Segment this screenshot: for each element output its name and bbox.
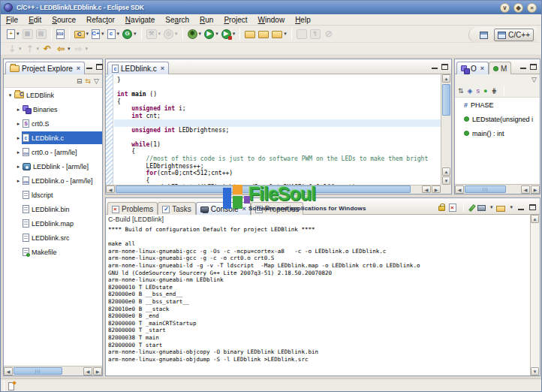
maximize-editor-button[interactable] [441,62,449,71]
console-output[interactable]: **** Build of configuration Default for … [106,225,530,375]
scroll-up-button[interactable]: ▲ [442,74,450,83]
menu-edit[interactable]: Edit [23,14,47,25]
menu-file[interactable]: File [1,14,23,25]
skip-all-breakpoints-button[interactable]: ⊘ [322,27,336,41]
scroll-left-button[interactable]: ◀ [4,367,13,375]
menu-refactor[interactable]: Refactor [81,14,120,25]
project-tree[interactable]: ▾CLEDBlink▸Binaries▸Scrt0.S▸cLEDblink.c▸… [4,88,102,366]
close-icon[interactable]: × [480,65,484,72]
scrollbar-thumb[interactable]: ||| [465,185,506,193]
tab-project-explorer[interactable]: Project Explore × [5,62,85,74]
back-button[interactable]: ⇦▾ [54,42,72,56]
console-vscrollbar[interactable]: ▲ ▼ [530,215,540,375]
maximize-view-button[interactable] [529,62,537,71]
scrollbar-thumb[interactable] [442,84,450,116]
scroll-right-button[interactable]: ▶ [93,367,102,375]
open-console-button[interactable] [496,206,505,212]
scroll-down-button[interactable]: ▼ [442,176,450,185]
maximize-view-button[interactable] [528,204,537,212]
menu-search[interactable]: Search [160,14,194,25]
tree-item-makefile[interactable]: Makefile [4,245,102,259]
scroll-down-button[interactable]: ▼ [531,367,539,375]
tree-item-ldscript[interactable]: ldscript [4,188,102,202]
new-c-project-button[interactable]: C▾ [73,27,91,41]
title-bar[interactable]: C/C++ - LEDBlink/LEDblink.c - Eclipse SD… [1,1,541,14]
new-cpp-class-button[interactable]: C+▾ [90,27,106,41]
editor-vscrollbar[interactable]: ▲ ▲ ▼ [441,74,451,185]
tree-item-ledblink-bin[interactable]: LEDblink.bin [4,202,102,216]
forward-button[interactable]: ⇨▾ [72,42,90,56]
build-button[interactable]: ⚒▾ [145,27,163,41]
tab-tasks[interactable]: Tasks [158,202,196,215]
tree-collapsed-arrow-icon[interactable]: ▸ [15,164,22,170]
tree-item-crt0-o-arm-le[interactable]: ▸010crt0.o - [arm/le] [4,145,102,159]
open-type-button[interactable] [257,27,270,41]
print-button[interactable]: ▤ [35,27,48,41]
tree-collapsed-arrow-icon[interactable]: ▸ [15,107,22,113]
menu-run[interactable]: Run [194,14,218,25]
minimize-view-button[interactable] [519,62,527,71]
hide-static-members-button[interactable]: s [476,87,480,95]
tab-outline[interactable]: O × [456,62,489,74]
outline-item-phase[interactable]: #PHASE [455,98,540,112]
flash-binary-button[interactable]: 010 [55,27,66,41]
open-perspective-button[interactable] [477,30,491,41]
perspective-c-cpp-button[interactable]: C/C++ [494,29,534,41]
tab-problems[interactable]: Problems [107,202,158,215]
outline-item-main-int[interactable]: main() : int [455,126,540,140]
close-button[interactable]: × [527,3,537,13]
menu-window[interactable]: Window [253,14,291,25]
code-editor-area[interactable]: }int main (){ unsigned int i; int cnt; u… [114,74,441,185]
open-resource-button[interactable] [243,27,257,41]
tree-item-binaries[interactable]: ▸Binaries [4,102,102,116]
debug-button[interactable]: ✱▾ [186,27,203,41]
outline-hscrollbar[interactable]: ◀ ||| ◀ ▶ [455,184,540,194]
outline-item-ledstate-unsigned-i[interactable]: LEDstate(unsigned i [455,112,540,126]
collapse-all-button[interactable]: ⊟ [77,77,83,85]
tree-collapsed-arrow-icon[interactable]: ▸ [15,149,22,155]
scroll-up-button[interactable]: ▲ [531,215,539,223]
minimize-view-button[interactable] [516,204,525,212]
minimize-button[interactable]: ∨ [500,3,510,13]
scrollbar-thumb[interactable]: ||| [14,367,62,375]
minimize-view-button[interactable] [85,62,93,71]
last-edit-location-button[interactable]: ↶ [41,42,54,56]
tree-collapsed-arrow-icon[interactable]: ▸ [15,135,22,141]
open-element-button[interactable]: G▾ [121,27,138,41]
display-selected-console-button[interactable] [477,205,486,211]
fast-view-icon[interactable] [8,382,14,390]
view-menu-button[interactable]: ▽ [94,77,99,85]
scroll-left-button-2[interactable]: ◀ [521,185,530,194]
tree-collapsed-arrow-icon[interactable]: ▸ [15,178,22,184]
tree-item-crt0-s[interactable]: ▸Scrt0.S [4,116,102,131]
save-button[interactable]: ▦ [21,27,35,41]
view-menu-button[interactable]: ▽ [531,76,537,83]
tree-collapsed-arrow-icon[interactable]: ▸ [15,121,22,127]
run-button[interactable]: ▶▾ [203,27,220,41]
new-c-file-button[interactable]: c▾ [106,27,122,41]
scroll-left-button[interactable]: ◀ [106,185,115,193]
scroll-left-button[interactable]: ◀ [455,185,464,194]
tree-item-ledblink-o-arm-le[interactable]: ▸010LEDblink.o - [arm/le] [4,173,102,188]
tree-item-ledblink-src[interactable]: LEDblink.src [4,231,102,245]
outline-list[interactable]: #PHASELEDstate(unsigned imain() : int [455,98,540,184]
project-explorer-hscrollbar[interactable]: ◀ ||| ◀ ▶ [4,366,102,375]
tree-expanded-arrow-icon[interactable]: ▾ [7,92,14,98]
scroll-lock-icon[interactable] [438,206,445,211]
sort-alphabetically-button[interactable]: ⇅ [458,87,464,95]
tree-item-ledblink-map[interactable]: LEDblink.map [4,216,102,231]
previous-annotation-button[interactable]: ⇡▾ [23,42,41,56]
tree-item-ledblink[interactable]: ▾CLEDBlink [4,88,102,102]
close-icon[interactable]: × [77,65,80,72]
tree-item-ledblink-arm-le[interactable]: ▸LEDblink - [arm/le] [4,159,102,173]
next-annotation-button[interactable]: ⇣▾ [5,42,23,56]
new-wizard-button[interactable]: +▾ [5,27,21,41]
toggle-mark-occurrences-button[interactable] [295,27,309,41]
scroll-left-button-2[interactable]: ◀ [422,185,431,193]
show-whitespace-button[interactable]: ¶ [309,27,322,41]
menu-source[interactable]: Source [47,14,81,25]
trace-button[interactable]: ◎▾ [162,27,179,41]
hide-non-public-button[interactable]: ● [483,87,487,95]
scroll-right-button[interactable]: ▶ [531,185,540,194]
hide-fields-button[interactable]: ◈ [468,87,473,95]
